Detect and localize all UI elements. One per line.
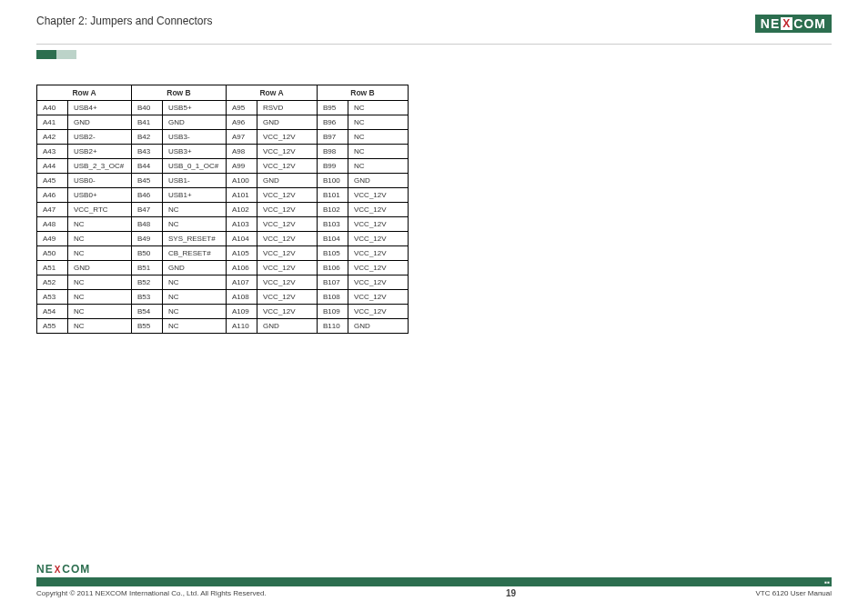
- cell-d_pin: B103: [318, 217, 348, 232]
- cell-b_pin: B41: [132, 115, 163, 130]
- table-row: A51GNDB51GNDA106VCC_12VB106VCC_12V: [37, 261, 409, 275]
- cell-c_sig: VCC_12V: [257, 290, 318, 305]
- cell-a_pin: A52: [37, 275, 68, 290]
- col-header-row-b-2: Row B: [318, 85, 409, 101]
- table-row: A44USB_2_3_OC#B44USB_0_1_OC#A99VCC_12VB9…: [37, 159, 409, 174]
- page-footer: NEXCOM ▪▪ Copyright © 2011 NEXCOM Intern…: [36, 560, 832, 598]
- cell-d_sig: VCC_12V: [348, 188, 409, 203]
- cell-c_pin: A109: [227, 305, 257, 319]
- cell-c_sig: GND: [257, 319, 318, 334]
- cell-d_pin: B97: [318, 130, 348, 145]
- cell-c_pin: A95: [227, 101, 257, 115]
- cell-b_sig: USB5+: [163, 101, 227, 115]
- cell-c_pin: A96: [227, 115, 257, 130]
- cell-d_sig: VCC_12V: [348, 217, 409, 232]
- cell-a_pin: A54: [37, 305, 68, 319]
- cell-d_sig: VCC_12V: [348, 275, 409, 290]
- cell-b_sig: USB1-: [163, 174, 227, 188]
- cell-d_pin: B100: [318, 174, 348, 188]
- cell-a_sig: GND: [68, 261, 132, 275]
- cell-c_sig: VCC_12V: [257, 246, 318, 261]
- cell-c_pin: A97: [227, 130, 257, 145]
- cell-a_sig: USB2+: [68, 145, 132, 159]
- brand-logo-top: NEXCOM: [755, 15, 832, 33]
- cell-b_sig: USB_0_1_OC#: [163, 159, 227, 174]
- cell-b_sig: NC: [163, 203, 227, 217]
- cell-a_pin: A53: [37, 290, 68, 305]
- cell-c_pin: A108: [227, 290, 257, 305]
- cell-b_sig: GND: [163, 115, 227, 130]
- cell-d_pin: B105: [318, 246, 348, 261]
- cell-d_pin: B102: [318, 203, 348, 217]
- cell-b_pin: B42: [132, 130, 163, 145]
- cell-c_sig: VCC_12V: [257, 217, 318, 232]
- cell-c_sig: RSVD: [257, 101, 318, 115]
- col-header-row-b-1: Row B: [132, 85, 227, 101]
- table-row: A40USB4+B40USB5+A95RSVDB95NC: [37, 101, 409, 115]
- cell-a_sig: NC: [68, 305, 132, 319]
- cell-d_pin: B106: [318, 261, 348, 275]
- cell-a_pin: A45: [37, 174, 68, 188]
- cell-b_sig: NC: [163, 305, 227, 319]
- cell-d_pin: B107: [318, 275, 348, 290]
- cell-c_sig: VCC_12V: [257, 261, 318, 275]
- cell-d_sig: NC: [348, 159, 409, 174]
- cell-b_sig: SYS_RESET#: [163, 232, 227, 246]
- cell-c_pin: A98: [227, 145, 257, 159]
- brand-logo-footer: NEXCOM: [36, 563, 90, 576]
- cell-a_sig: GND: [68, 115, 132, 130]
- cell-b_pin: B40: [132, 101, 163, 115]
- cell-a_sig: NC: [68, 319, 132, 334]
- cell-a_sig: NC: [68, 217, 132, 232]
- cell-a_pin: A41: [37, 115, 68, 130]
- table-row: A50NCB50CB_RESET#A105VCC_12VB105VCC_12V: [37, 246, 409, 261]
- cell-a_pin: A47: [37, 203, 68, 217]
- cell-c_pin: A100: [227, 174, 257, 188]
- cell-b_sig: USB1+: [163, 188, 227, 203]
- cell-d_pin: B101: [318, 188, 348, 203]
- cell-a_sig: USB4+: [68, 101, 132, 115]
- cell-b_sig: NC: [163, 319, 227, 334]
- footer-logo-pre: NE: [36, 563, 54, 576]
- logo-pre: NE: [761, 16, 780, 31]
- cell-a_sig: NC: [68, 275, 132, 290]
- cell-d_sig: VCC_12V: [348, 232, 409, 246]
- cell-d_pin: B95: [318, 101, 348, 115]
- cell-c_pin: A101: [227, 188, 257, 203]
- cell-b_pin: B51: [132, 261, 163, 275]
- cell-d_pin: B110: [318, 319, 348, 334]
- table-row: A43USB2+B43USB3+A98VCC_12VB98NC: [37, 145, 409, 159]
- header-divider: [36, 44, 832, 45]
- cell-a_pin: A43: [37, 145, 68, 159]
- table-row: A41GNDB41GNDA96GNDB96NC: [37, 115, 409, 130]
- cell-b_pin: B48: [132, 217, 163, 232]
- copyright-text: Copyright © 2011 NEXCOM International Co…: [36, 589, 267, 597]
- cell-d_sig: VCC_12V: [348, 305, 409, 319]
- cell-a_pin: A49: [37, 232, 68, 246]
- cell-b_sig: USB3+: [163, 145, 227, 159]
- cell-d_sig: NC: [348, 145, 409, 159]
- footer-decoration-icon: ▪▪: [824, 578, 830, 586]
- cell-d_sig: NC: [348, 115, 409, 130]
- cell-b_sig: NC: [163, 275, 227, 290]
- cell-d_sig: NC: [348, 101, 409, 115]
- table-row: A45USB0-B45USB1-A100GNDB100GND: [37, 174, 409, 188]
- cell-b_pin: B47: [132, 203, 163, 217]
- cell-d_pin: B98: [318, 145, 348, 159]
- cell-a_sig: USB0-: [68, 174, 132, 188]
- cell-c_sig: GND: [257, 115, 318, 130]
- col-header-row-a-1: Row A: [37, 85, 132, 101]
- footer-logo-post: COM: [62, 563, 90, 576]
- cell-c_sig: VCC_12V: [257, 159, 318, 174]
- cell-b_pin: B54: [132, 305, 163, 319]
- cell-a_pin: A55: [37, 319, 68, 334]
- cell-c_pin: A107: [227, 275, 257, 290]
- cell-c_pin: A106: [227, 261, 257, 275]
- cell-b_sig: NC: [163, 290, 227, 305]
- cell-c_pin: A110: [227, 319, 257, 334]
- table-header-row: Row A Row B Row A Row B: [37, 85, 409, 101]
- cell-d_sig: VCC_12V: [348, 290, 409, 305]
- cell-c_sig: VCC_12V: [257, 145, 318, 159]
- cell-a_pin: A46: [37, 188, 68, 203]
- table-row: A53NCB53NCA108VCC_12VB108VCC_12V: [37, 290, 409, 305]
